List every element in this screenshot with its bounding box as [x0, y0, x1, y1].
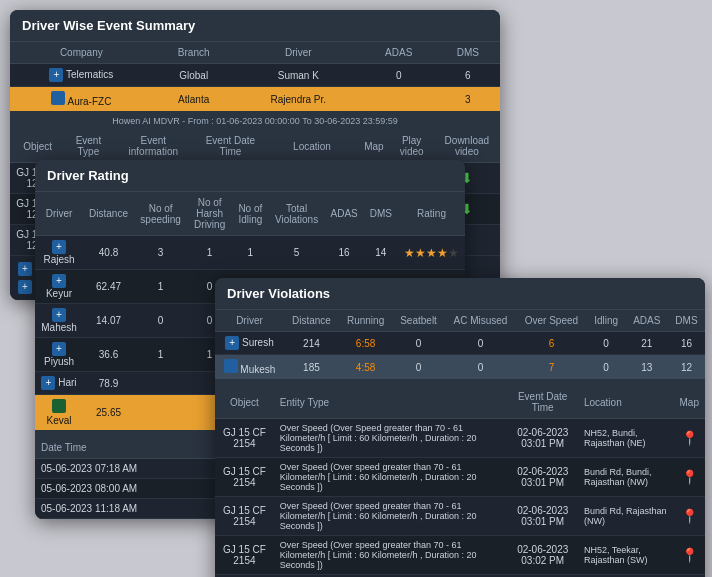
expand-icon[interactable]: +: [49, 68, 63, 82]
col-map: Map: [358, 130, 389, 163]
col-idling: Idling: [587, 310, 626, 332]
col-adas: ADAS: [362, 42, 436, 64]
event-summary-title: Driver Wise Event Summary: [10, 10, 500, 42]
col-speeding: No of speeding: [134, 192, 187, 236]
star-icon: ★★★★: [404, 246, 448, 260]
mdvr-header: Howen AI MDVR - From : 01-06-2023 00:00:…: [10, 112, 500, 130]
col-rating: Rating: [398, 192, 465, 236]
col-dms: DMS: [668, 310, 705, 332]
col-company: Company: [10, 42, 153, 64]
table-row: GJ 15 CF 2154 Over Speed (Over speed gre…: [215, 497, 705, 536]
table-row: + Telematics Global Suman K 0 6: [10, 64, 500, 87]
col-branch: Branch: [153, 42, 235, 64]
col-seatbelt: Seatbelt: [392, 310, 445, 332]
table-row-mukesh: Mukesh 185 4:58 0 0 7 0 13 12: [215, 355, 705, 380]
col-download: Download video: [434, 130, 500, 163]
col-object: Object: [10, 130, 65, 163]
col-driver: Driver: [35, 192, 83, 236]
driver-rating-title: Driver Rating: [35, 160, 465, 192]
expand-icon[interactable]: +: [225, 336, 239, 350]
expand-icon[interactable]: +: [18, 262, 32, 276]
col-driver: Driver: [235, 42, 362, 64]
map-icon[interactable]: 📍: [681, 508, 698, 524]
col-event-date: Event Date Time: [195, 130, 266, 163]
col-idling: No of Idling: [232, 192, 269, 236]
col-driver: Driver: [215, 310, 284, 332]
star-empty-icon: ★: [448, 246, 459, 260]
col-location: Location: [578, 386, 674, 419]
col-distance: Distance: [83, 192, 134, 236]
col-play: Play video: [390, 130, 434, 163]
expand-icon[interactable]: +: [52, 308, 66, 322]
col-running: Running: [339, 310, 392, 332]
col-violations: Total Violations: [269, 192, 325, 236]
driver-violations-panel: Driver Violations Driver Distance Runnin…: [215, 278, 705, 577]
expand-icon[interactable]: +: [18, 280, 32, 294]
map-icon[interactable]: 📍: [681, 469, 698, 485]
col-entity-type: Entity Type: [274, 386, 508, 419]
map-icon[interactable]: 📍: [681, 547, 698, 563]
checkbox-icon[interactable]: [52, 399, 66, 413]
table-row: GJ 15 CF 2154 Over Speed (Over speed gre…: [215, 458, 705, 497]
expand-icon[interactable]: +: [52, 240, 66, 254]
table-row: GJ 15 CF 2154 Over Speed (Over speed gre…: [215, 536, 705, 575]
col-ac: AC Misused: [445, 310, 516, 332]
expand-icon[interactable]: +: [52, 342, 66, 356]
table-row: Aura-FZC Atlanta Rajendra Pr. 3: [10, 87, 500, 112]
expand-icon[interactable]: +: [52, 274, 66, 288]
col-dms: DMS: [364, 192, 398, 236]
checkbox-icon[interactable]: [224, 359, 238, 373]
checkbox-icon[interactable]: [51, 91, 65, 105]
expand-icon[interactable]: +: [41, 376, 55, 390]
map-icon[interactable]: 📍: [681, 430, 698, 446]
col-map: Map: [674, 386, 705, 419]
col-dms: DMS: [436, 42, 500, 64]
col-event-datetime: Event Date Time: [508, 386, 578, 419]
col-overspeed: Over Speed: [516, 310, 587, 332]
driver-violations-title: Driver Violations: [215, 278, 705, 310]
table-row: + Rajesh 40.8 3 1 1 5 16 14 ★★★★★: [35, 236, 465, 270]
col-event-info: Event information: [112, 130, 195, 163]
table-row: GJ 15 CF 2154 Over Speed (Over Speed gre…: [215, 419, 705, 458]
col-adas: ADAS: [325, 192, 364, 236]
col-adas: ADAS: [626, 310, 668, 332]
col-harsh: No of Harsh Driving: [187, 192, 232, 236]
col-event-type: Event Type: [65, 130, 111, 163]
col-distance: Distance: [284, 310, 339, 332]
table-row-suresh: + Suresh 214 6:58 0 0 6 0 21 16: [215, 332, 705, 355]
col-location: Location: [266, 130, 358, 163]
col-object: Object: [215, 386, 274, 419]
